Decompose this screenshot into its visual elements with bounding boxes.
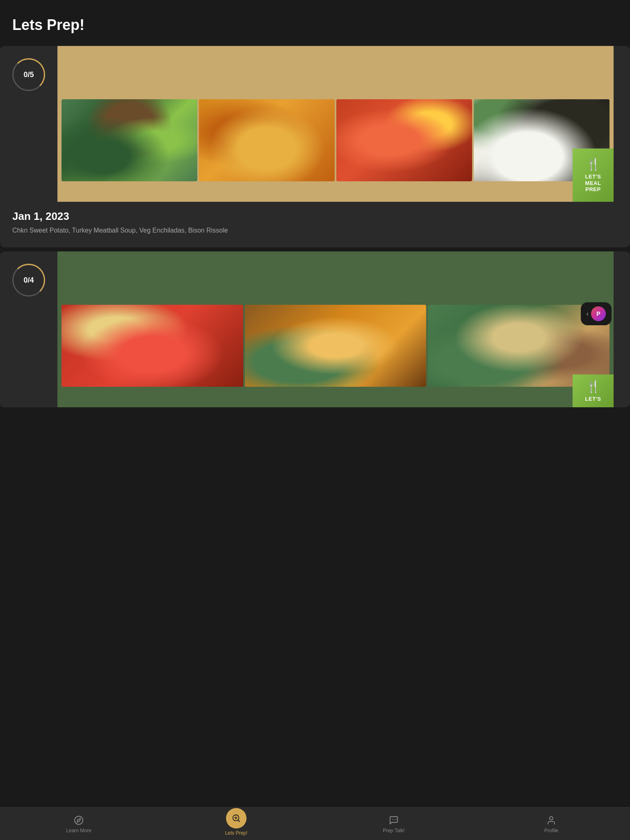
back-avatar-inner: P xyxy=(591,306,606,321)
brand-badge-2: 🍴 LET'S xyxy=(573,374,614,407)
card-left-1: 0/5 xyxy=(0,46,57,202)
fork-icon-2: 🍴 xyxy=(586,380,600,393)
svg-point-6 xyxy=(394,819,395,820)
back-arrow-icon: ‹ xyxy=(587,310,589,317)
card-description-1: Chkn Sweet Potato, Turkey Meatball Soup,… xyxy=(12,226,618,235)
nav-label-prep-talk: Prep Talk! xyxy=(383,828,404,833)
progress-circle-2: 0/4 xyxy=(12,264,45,297)
bottom-nav: Learn More Lets Prep! Prep Talk! xyxy=(0,807,630,840)
brand-text-1: LET'SMEALPREP xyxy=(585,173,601,193)
food-photo-3 xyxy=(336,99,472,181)
nav-icon-lets-prep xyxy=(226,808,247,829)
nav-item-prep-talk[interactable]: Prep Talk! xyxy=(315,810,472,838)
nav-icon-learn-more xyxy=(73,815,84,826)
nav-icon-profile xyxy=(546,815,557,826)
svg-line-2 xyxy=(238,820,240,822)
nav-icon-prep-talk xyxy=(388,815,399,826)
card-right-2 xyxy=(614,251,630,407)
food-collage-1 xyxy=(62,99,609,181)
meal-card-2[interactable]: 0/4 🍴 LET'S xyxy=(0,251,630,407)
fork-icon-1: 🍴 xyxy=(586,158,600,171)
progress-circle-1: 0/5 xyxy=(12,58,45,91)
nav-item-learn-more[interactable]: Learn More xyxy=(0,810,158,838)
brand-text-2: LET'S xyxy=(585,396,601,402)
food-photo-5 xyxy=(62,305,243,387)
card-info-1: Jan 1, 2023 Chkn Sweet Potato, Turkey Me… xyxy=(0,202,630,247)
page-header: Lets Prep! xyxy=(0,0,630,42)
svg-point-7 xyxy=(395,819,396,820)
svg-point-5 xyxy=(392,819,393,820)
nav-label-lets-prep: Lets Prep! xyxy=(225,830,248,836)
nav-item-profile[interactable]: Profile xyxy=(472,810,630,838)
card-image-1: 🍴 LET'SMEALPREP xyxy=(57,46,614,202)
page-title: Lets Prep! xyxy=(12,16,618,34)
food-photo-2 xyxy=(199,99,335,181)
card-image-2: 🍴 LET'S xyxy=(57,251,614,407)
nav-label-learn-more: Learn More xyxy=(66,828,91,833)
card-inner-2: 0/4 🍴 LET'S xyxy=(0,251,630,407)
food-photo-1 xyxy=(62,99,197,181)
card-right-1 xyxy=(614,46,630,202)
meal-card-1[interactable]: 0/5 🍴 LET'SMEALPREP xyxy=(0,46,630,247)
svg-point-0 xyxy=(75,816,83,824)
food-collage-2 xyxy=(62,305,609,387)
card-date-1: Jan 1, 2023 xyxy=(12,210,618,223)
content-area: 0/5 🍴 LET'SMEALPREP xyxy=(0,46,630,420)
card-inner-1: 0/5 🍴 LET'SMEALPREP xyxy=(0,46,630,202)
nav-item-lets-prep[interactable]: Lets Prep! xyxy=(158,808,315,840)
food-photo-6 xyxy=(245,305,427,387)
progress-text-1: 0/5 xyxy=(23,71,34,79)
back-avatar: P xyxy=(591,306,606,321)
nav-label-profile: Profile xyxy=(544,828,558,833)
brand-badge-1: 🍴 LET'SMEALPREP xyxy=(573,148,614,202)
progress-text-2: 0/4 xyxy=(23,276,34,285)
svg-point-8 xyxy=(550,817,553,820)
card-left-2: 0/4 xyxy=(0,251,57,407)
floating-back-button[interactable]: ‹ P xyxy=(581,302,612,325)
